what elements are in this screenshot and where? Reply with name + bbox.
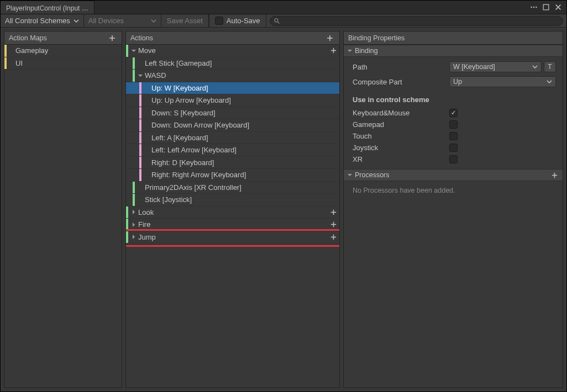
binding-row[interactable]: Primary2DAxis [XR Controller] (126, 182, 339, 194)
control-scheme-checkbox[interactable] (449, 155, 458, 163)
save-asset-button[interactable]: Save Asset (161, 14, 209, 27)
autosave-checkbox[interactable] (215, 17, 223, 25)
binding-row[interactable]: Left Stick [Gamepad] (126, 57, 339, 70)
add-binding-button[interactable] (330, 234, 339, 241)
add-binding-button[interactable] (330, 221, 339, 228)
plus-icon (326, 34, 334, 42)
color-stripe (139, 132, 141, 144)
part-label: Down: S [Keyboard] (150, 109, 216, 117)
add-action-button[interactable] (325, 33, 335, 43)
control-scheme-checkbox-list: Keyboard&MouseGamepadTouchJoystickXR (353, 109, 556, 163)
action-maps-list: GameplayUI (4, 45, 122, 388)
control-scheme-label: XR (353, 155, 449, 163)
part-row[interactable]: Right: Right Arrow [Keyboard] (126, 169, 339, 182)
tab-playerinputcontrol[interactable]: PlayerInputControl (Input … (1, 1, 95, 14)
part-row[interactable]: Down: S [Keyboard] (126, 107, 339, 120)
properties-title: Binding Properties (348, 34, 405, 42)
path-row: Path W [Keyboard] T (353, 61, 556, 72)
binding-section-title: Binding (355, 47, 378, 55)
action-maps-title: Action Maps (9, 34, 47, 42)
composite-part-row: Composite Part Up (353, 76, 556, 87)
foldout-closed-icon[interactable] (130, 234, 137, 240)
part-row[interactable]: Up: Up Arrow [Keyboard] (126, 94, 339, 107)
search-icon (274, 18, 280, 24)
add-binding-button[interactable] (330, 47, 339, 54)
autosave-label: Auto-Save (227, 17, 260, 25)
actions-header: Actions (126, 31, 339, 45)
svg-point-0 (531, 7, 532, 8)
foldout-open-icon[interactable] (137, 73, 144, 78)
control-schemes-dropdown[interactable]: All Control Schemes (1, 14, 84, 27)
composite-part-value: Up (453, 78, 462, 86)
path-text-toggle-button[interactable]: T (544, 61, 556, 72)
add-action-map-button[interactable] (107, 33, 117, 43)
control-scheme-checkbox[interactable] (449, 120, 458, 129)
path-text-toggle-label: T (548, 63, 552, 71)
part-label: Up: Up Arrow [Keyboard] (150, 96, 231, 104)
control-scheme-checkbox[interactable] (449, 132, 458, 140)
foldout-closed-icon[interactable] (130, 222, 137, 227)
actions-panel: Actions MoveLeft Stick [Gamepad]WASDUp: … (125, 31, 340, 388)
autosave-toggle[interactable]: Auto-Save (209, 14, 266, 27)
control-scheme-checkbox[interactable] (449, 109, 458, 117)
action-map-label: UI (7, 59, 23, 67)
composite-label: WASD (144, 71, 166, 80)
part-row[interactable]: Down: Down Arrow [Keyboard] (126, 119, 339, 132)
control-scheme-row: Joystick (353, 144, 556, 152)
action-row[interactable]: Fire (126, 219, 339, 231)
add-binding-button[interactable] (330, 209, 339, 216)
action-row[interactable]: Look (126, 206, 339, 219)
path-dropdown[interactable]: W [Keyboard] (449, 61, 542, 72)
part-row[interactable]: Left: Left Arrow [Keyboard] (126, 144, 339, 157)
add-processor-button[interactable] (549, 170, 559, 180)
devices-label: All Devices (88, 17, 124, 25)
plus-icon (330, 47, 337, 54)
actions-list: MoveLeft Stick [Gamepad]WASDUp: W [Keybo… (126, 45, 339, 388)
color-stripe (139, 107, 141, 119)
color-stripe (139, 144, 141, 156)
path-label: Path (353, 63, 449, 71)
binding-label: Left Stick [Gamepad] (144, 59, 212, 67)
binding-label: Stick [Joystick] (144, 195, 192, 204)
devices-dropdown[interactable]: All Devices (84, 14, 161, 27)
foldout-closed-icon[interactable] (130, 209, 137, 215)
part-row[interactable]: Up: W [Keyboard] (126, 82, 339, 95)
binding-section-header[interactable]: Binding (344, 45, 563, 57)
composite-row[interactable]: WASD (126, 70, 339, 82)
color-stripe (139, 94, 141, 107)
action-row[interactable]: Jump (126, 231, 339, 244)
action-map-item[interactable]: Gameplay (4, 45, 122, 57)
maximize-icon[interactable] (542, 3, 550, 11)
control-scheme-row: XR (353, 155, 556, 163)
search-input[interactable] (270, 16, 563, 26)
action-row[interactable]: Move (126, 45, 339, 57)
color-stripe (133, 70, 135, 82)
color-stripe (139, 157, 141, 169)
plus-icon (330, 209, 337, 216)
path-value: W [Keyboard] (453, 63, 495, 71)
toolbar: All Control Schemes All Devices Save Ass… (1, 14, 566, 28)
composite-part-dropdown[interactable]: Up (449, 76, 556, 87)
control-scheme-label: Keyboard&Mouse (353, 109, 449, 117)
part-label: Down: Down Arrow [Keyboard] (150, 121, 249, 129)
part-label: Left: A [Keyboard] (150, 134, 208, 142)
foldout-open-icon[interactable] (130, 48, 137, 54)
close-icon[interactable] (554, 3, 562, 11)
color-stripe (126, 231, 128, 243)
tab-bar: PlayerInputControl (Input … (1, 1, 566, 14)
action-label: Move (137, 46, 156, 55)
control-scheme-row: Gamepad (353, 120, 556, 129)
processors-section-title: Processors (355, 171, 390, 179)
processors-section-header[interactable]: Processors (344, 169, 563, 181)
control-scheme-checkbox[interactable] (449, 144, 458, 152)
part-label: Up: W [Keyboard] (150, 84, 208, 92)
part-row[interactable]: Left: A [Keyboard] (126, 132, 339, 145)
plus-icon (330, 234, 337, 241)
action-map-label: Gameplay (7, 46, 48, 55)
control-schemes-label: All Control Schemes (5, 17, 70, 25)
kebab-menu-icon[interactable] (530, 3, 538, 11)
action-map-item[interactable]: UI (4, 57, 122, 70)
control-scheme-label: Gamepad (353, 120, 449, 129)
binding-row[interactable]: Stick [Joystick] (126, 194, 339, 206)
part-row[interactable]: Right: D [Keyboard] (126, 157, 339, 169)
